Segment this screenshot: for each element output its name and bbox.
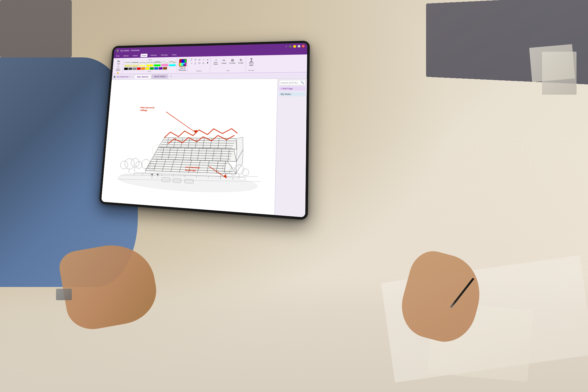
svg-rect-97 [173, 178, 181, 183]
pen-3[interactable] [139, 61, 146, 63]
close-btn[interactable]: ✕ [302, 45, 305, 48]
app-title: My Notes - OneNote [120, 49, 140, 52]
menu-home[interactable]: Home [122, 54, 130, 57]
shape-arrow[interactable]: → [189, 61, 193, 65]
pen-row-2 [124, 64, 176, 67]
svg-rect-98 [184, 179, 193, 184]
swatch-blue[interactable] [154, 67, 158, 70]
swatch-green[interactable] [150, 67, 154, 70]
color-thickness-group[interactable]: Color &Thickness [177, 58, 188, 73]
menu-view[interactable]: View [171, 53, 178, 56]
pen-5[interactable] [154, 61, 161, 64]
highlighter-4[interactable] [169, 64, 176, 67]
convert-group: ∑ Ink toMath Convert [246, 56, 256, 72]
color-swatches [124, 67, 176, 70]
pen-7[interactable] [169, 61, 176, 63]
svg-point-15 [120, 161, 128, 169]
help-btn[interactable]: ? [285, 45, 288, 48]
thickness-preview [183, 65, 185, 65]
pen-4[interactable] [146, 61, 154, 64]
tab-new-sketch[interactable]: New Sketch [135, 75, 151, 78]
menu-file[interactable]: File [115, 54, 121, 58]
shape-hexagon[interactable]: ⬡ [197, 61, 201, 65]
shape-curve[interactable]: ∿ [194, 58, 198, 61]
content-area: solar-powered ceilings eco-conscious lan… [101, 79, 307, 217]
add-page-btn[interactable]: + Add Page [279, 86, 305, 91]
ink-to-math-btn[interactable]: ∑ Ink toMath [248, 57, 254, 67]
search-icon: 🔍 [301, 81, 304, 84]
svg-point-14 [136, 161, 143, 169]
search-bar[interactable]: Search (Ctrl+E) 🔍 [279, 80, 306, 85]
titlebar-left: 📓 My Notes - OneNote [116, 49, 140, 52]
svg-line-18 [129, 169, 129, 172]
pen-rows [124, 61, 176, 70]
swatch-brown[interactable] [163, 67, 167, 69]
svg-point-102 [157, 174, 158, 176]
swatch-orange[interactable] [141, 67, 145, 70]
shape-triangle[interactable]: △ [206, 58, 210, 61]
tools-group-label: Tools [124, 70, 176, 72]
pen-10[interactable] [139, 64, 146, 67]
swatch-black[interactable] [124, 67, 128, 70]
type-tool[interactable]: Aı Type [115, 59, 122, 65]
lasso-tool[interactable]: ⬡ LassoSelect [115, 65, 121, 72]
share-btn[interactable]: ⬡ [289, 45, 292, 48]
add-tab-btn[interactable]: + [169, 74, 174, 78]
svg-line-92 [165, 112, 197, 133]
pen-8[interactable] [124, 64, 131, 67]
rotate-btn[interactable]: ↻ Rotate [237, 57, 245, 65]
arrange-btn[interactable]: ⊞ Arrange [228, 57, 236, 65]
swatch-purple[interactable] [158, 67, 163, 70]
swatch-yellow[interactable] [145, 67, 150, 70]
background-monitor-2 [0, 0, 72, 57]
edit-row-1: ↕ InsertSpace ✂ Delete ⊞ Arrange ↻ Rotat… [212, 57, 245, 66]
convert-label: Convert [248, 69, 254, 71]
titlebar-controls[interactable]: ? ⬡ — ⬜ ✕ [285, 45, 305, 48]
nav-divider [132, 75, 133, 78]
color-gradient-2 [179, 63, 186, 66]
edit-group: ↕ InsertSpace ✂ Delete ⊞ Arrange ↻ Rotat… [211, 57, 246, 72]
menu-draw[interactable]: Draw [140, 54, 147, 57]
shape-grid: ╱ ∿ ▭ ○ △ → [ ⬡ ◇ ▼ [189, 58, 210, 65]
notebook-name[interactable]: My Notebook [117, 75, 128, 78]
highlighter-2[interactable] [154, 64, 161, 67]
tab-quick-notes[interactable]: Quick Notes [152, 74, 168, 78]
pen-1[interactable] [124, 61, 131, 64]
tablet-device: 📓 My Notes - OneNote ? ⬡ — ⬜ ✕ File Home… [99, 41, 310, 220]
shape-more[interactable]: ▼ [206, 61, 210, 65]
pen-9[interactable] [131, 64, 139, 67]
page-item-my-notes[interactable]: My Notes [279, 92, 305, 96]
delete-btn[interactable]: ✂ Delete [220, 57, 228, 65]
menu-insert[interactable]: Insert [131, 54, 139, 57]
swatch-darkgray[interactable] [128, 67, 132, 70]
ribbon-group-type: Aı Type ⬡ LassoSelect ✋ PanningHand ◻ Er… [113, 59, 124, 73]
ct-label: Color &Thickness [178, 67, 186, 71]
pen-strokes-group: Tools [123, 58, 177, 73]
maximize-btn[interactable]: ⬜ [297, 45, 301, 48]
panning-tool[interactable]: ✋ PanningHand [114, 72, 121, 74]
swatch-gray[interactable] [132, 67, 137, 70]
pen-2[interactable] [132, 61, 139, 64]
ink-to-math-label: Ink toMath [249, 62, 254, 66]
highlighter-3[interactable] [161, 64, 169, 67]
taskbar-clock: 12:00 PM 9/1/2022 [287, 217, 297, 217]
shapes-label: Shapes [189, 70, 209, 72]
shape-line[interactable]: ╱ [189, 58, 194, 61]
shape-diamond[interactable]: ◇ [202, 61, 206, 65]
color-gradient [179, 59, 186, 63]
svg-point-13 [131, 158, 140, 167]
insert-space-btn[interactable]: ↕ InsertSpace [212, 57, 220, 65]
minimize-btn[interactable]: — [293, 45, 296, 48]
color-preview [179, 59, 187, 67]
pen-6[interactable] [161, 61, 169, 63]
shape-rect[interactable]: ▭ [198, 58, 202, 61]
shape-circle[interactable]: ○ [202, 58, 206, 61]
main-canvas[interactable]: solar-powered ceilings eco-conscious lan… [101, 79, 278, 215]
shape-bracket[interactable]: [ [193, 61, 197, 65]
annotation-eco-conscious: eco-conscious landscape [185, 166, 200, 172]
watch [56, 289, 72, 300]
menu-history[interactable]: History [149, 53, 158, 57]
menu-review[interactable]: Review [160, 53, 169, 57]
swatch-red[interactable] [137, 67, 141, 70]
highlighter-1[interactable] [146, 64, 154, 67]
